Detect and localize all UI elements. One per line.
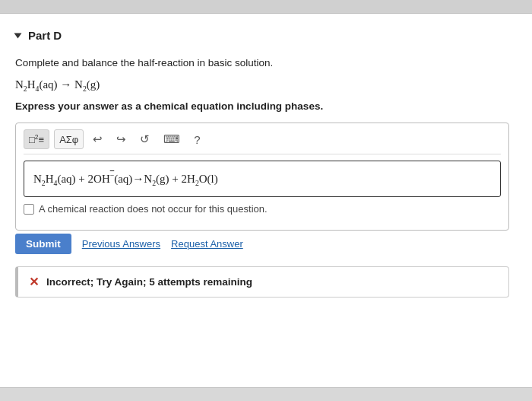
help-icon: ? — [194, 133, 200, 146]
redo-button[interactable]: ↪ — [112, 129, 131, 149]
no-reaction-label: A chemical reaction does not occur for t… — [39, 203, 268, 215]
no-reaction-checkbox[interactable] — [24, 204, 34, 215]
refresh-icon: ↺ — [140, 132, 150, 146]
submit-button[interactable]: Submit — [15, 234, 71, 254]
answer-equation-display: N2H4(aq) + 2OH−(aq)→N2(g) + 2H2O(l) — [33, 171, 218, 187]
symbol-icon: ΑΣφ — [59, 134, 78, 145]
action-row: Submit Previous Answers Request Answer — [15, 234, 509, 254]
feedback-message: Incorrect; Try Again; 5 attempts remaini… — [46, 276, 252, 288]
redo-icon: ↪ — [116, 132, 126, 146]
undo-button[interactable]: ↩ — [88, 129, 107, 149]
help-button[interactable]: ? — [189, 129, 204, 149]
feedback-box: ✕ Incorrect; Try Again; 5 attempts remai… — [15, 266, 509, 298]
answer-box: □2≡ ΑΣφ ↩ ↪ ↺ ⌨ ? — [15, 123, 509, 231]
collapse-icon[interactable] — [14, 33, 22, 38]
keyboard-icon: ⌨ — [163, 132, 180, 146]
format-icon: □2≡ — [29, 133, 44, 145]
request-answer-link[interactable]: Request Answer — [171, 238, 243, 250]
question-text: Complete and balance the half-reaction i… — [15, 56, 509, 71]
format-button[interactable]: □2≡ — [24, 129, 49, 149]
previous-answers-link[interactable]: Previous Answers — [82, 238, 160, 250]
part-title: Part D — [28, 29, 62, 42]
answer-input[interactable]: N2H4(aq) + 2OH−(aq)→N2(g) + 2H2O(l) — [24, 161, 501, 197]
incorrect-icon: ✕ — [29, 275, 39, 289]
no-reaction-row: A chemical reaction does not occur for t… — [24, 203, 501, 215]
answer-instruction: Express your answer as a chemical equati… — [15, 100, 509, 112]
keyboard-button[interactable]: ⌨ — [159, 129, 185, 149]
symbol-button[interactable]: ΑΣφ — [54, 129, 84, 149]
refresh-button[interactable]: ↺ — [135, 129, 154, 149]
part-header: Part D — [15, 29, 509, 42]
undo-icon: ↩ — [93, 132, 103, 146]
given-equation: N2H4(aq) → N2(g) — [15, 78, 509, 93]
equation-toolbar: □2≡ ΑΣφ ↩ ↪ ↺ ⌨ ? — [24, 129, 501, 154]
